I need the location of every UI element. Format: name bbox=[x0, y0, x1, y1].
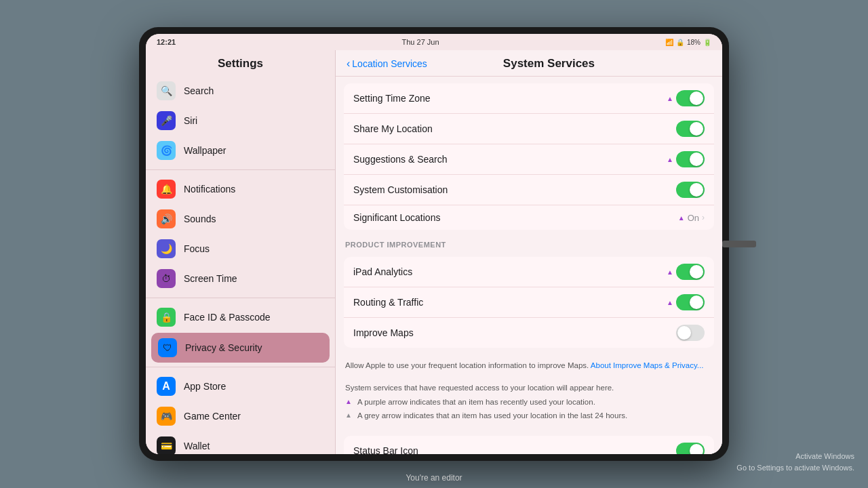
toggle-routing[interactable] bbox=[676, 294, 705, 310]
right-header: ‹ Location Services System Services bbox=[336, 50, 722, 77]
wallet-icon: 💳 bbox=[157, 436, 176, 454]
sidebar-item-wallet[interactable]: 💳 Wallet bbox=[146, 431, 335, 454]
back-label: Location Services bbox=[352, 58, 427, 69]
toggle-setting-time-zone[interactable] bbox=[676, 90, 705, 106]
sidebar: Settings 🔍 Search 🎤 Siri 🌀 Wallpaper bbox=[146, 50, 336, 454]
legend-grey-text: A grey arrow indicates that an item has … bbox=[357, 410, 627, 422]
sidebar-item-privacy[interactable]: 🛡 Privacy & Security bbox=[151, 333, 330, 363]
divider-1 bbox=[146, 169, 335, 170]
label-share-my-location: Share My Location bbox=[353, 123, 671, 134]
row-setting-time-zone[interactable]: Setting Time Zone ▲ bbox=[344, 83, 714, 114]
row-share-my-location[interactable]: Share My Location bbox=[344, 114, 714, 144]
row-right-significant: ▲ On › bbox=[678, 213, 705, 223]
divider-2 bbox=[146, 298, 335, 298]
sidebar-item-search[interactable]: 🔍 Search bbox=[146, 76, 335, 106]
screen-time-icon: ⏱ bbox=[157, 269, 176, 288]
toggle-analytics[interactable] bbox=[676, 264, 705, 280]
sidebar-item-app-store[interactable]: A App Store bbox=[146, 371, 335, 401]
label-status-bar-icon: Status Bar Icon bbox=[353, 445, 671, 454]
face-id-icon: 🔒 bbox=[157, 308, 176, 327]
activate-line2: Go to Settings to activate Windows. bbox=[736, 462, 854, 474]
battery-text: 18% bbox=[687, 39, 701, 46]
wifi-icon: 📶 bbox=[665, 39, 673, 46]
row-right-customisation bbox=[676, 182, 705, 198]
sidebar-label-wallet: Wallet bbox=[184, 441, 210, 451]
status-date: Thu 27 Jun bbox=[402, 38, 439, 46]
label-suggestions-search: Suggestions & Search bbox=[353, 154, 661, 165]
sidebar-item-sounds[interactable]: 🔊 Sounds bbox=[146, 204, 335, 234]
main-content: Settings 🔍 Search 🎤 Siri 🌀 Wallpaper bbox=[146, 50, 722, 454]
legend-purple-text: A purple arrow indicates that an item ha… bbox=[357, 396, 595, 408]
sidebar-item-face-id[interactable]: 🔒 Face ID & Passcode bbox=[146, 302, 335, 332]
sidebar-item-wallpaper[interactable]: 🌀 Wallpaper bbox=[146, 136, 335, 165]
divider-3 bbox=[146, 367, 335, 367]
sidebar-item-siri[interactable]: 🎤 Siri bbox=[146, 106, 335, 136]
row-significant-locations[interactable]: Significant Locations ▲ On › bbox=[344, 205, 714, 230]
battery-icon: 🔋 bbox=[703, 39, 711, 46]
activate-windows: Activate Windows Go to Settings to activ… bbox=[736, 451, 854, 474]
sidebar-label-face-id: Face ID & Passcode bbox=[184, 312, 271, 323]
sidebar-label-siri: Siri bbox=[184, 115, 197, 126]
bottom-text: You're an editor bbox=[406, 473, 462, 483]
toggle-improve-maps[interactable] bbox=[676, 325, 705, 341]
legend-grey: ▲ A grey arrow indicates that an item ha… bbox=[345, 410, 713, 422]
row-right-suggestions: ▲ bbox=[667, 151, 705, 167]
label-routing-traffic: Routing & Traffic bbox=[353, 297, 661, 308]
search-icon: 🔍 bbox=[157, 81, 176, 100]
toggle-customisation[interactable] bbox=[676, 182, 705, 198]
right-panel: ‹ Location Services System Services Sett… bbox=[336, 50, 722, 454]
sidebar-label-screen-time: Screen Time bbox=[184, 273, 237, 284]
notifications-icon: 🔔 bbox=[157, 180, 176, 199]
row-status-bar-icon[interactable]: Status Bar Icon bbox=[344, 436, 714, 454]
usb-cable bbox=[722, 241, 756, 247]
sidebar-label-app-store: App Store bbox=[184, 381, 226, 392]
row-ipad-analytics[interactable]: iPad Analytics ▲ bbox=[344, 257, 714, 287]
label-system-customisation: System Customisation bbox=[353, 184, 671, 195]
back-chevron-icon: ‹ bbox=[347, 58, 350, 70]
sidebar-item-game-center[interactable]: 🎮 Game Center bbox=[146, 401, 335, 431]
loc-arrow-suggestions: ▲ bbox=[667, 156, 673, 163]
row-right-improve-maps bbox=[676, 325, 705, 341]
sidebar-label-privacy: Privacy & Security bbox=[185, 342, 262, 353]
label-significant-locations: Significant Locations bbox=[353, 212, 673, 223]
improve-maps-link[interactable]: About Improve Maps & Privacy... bbox=[591, 361, 704, 369]
status-icons: 📶 🔒 18% 🔋 bbox=[665, 39, 711, 46]
system-service-note: System services that have requested acce… bbox=[336, 377, 722, 429]
sidebar-item-focus[interactable]: 🌙 Focus bbox=[146, 234, 335, 264]
app-store-icon: A bbox=[157, 377, 176, 396]
row-right-routing: ▲ bbox=[667, 294, 705, 310]
legend-purple: ▲ A purple arrow indicates that an item … bbox=[345, 396, 713, 408]
lock-icon: 🔒 bbox=[676, 39, 684, 46]
game-center-icon: 🎮 bbox=[157, 407, 176, 426]
row-right-status-bar bbox=[676, 443, 705, 454]
sidebar-title: Settings bbox=[146, 50, 335, 76]
legend-purple-arrow: ▲ bbox=[345, 396, 352, 407]
sidebar-item-notifications[interactable]: 🔔 Notifications bbox=[146, 174, 335, 204]
row-right-share-location bbox=[676, 121, 705, 137]
sidebar-item-screen-time[interactable]: ⏱ Screen Time bbox=[146, 264, 335, 293]
wallpaper-icon: 🌀 bbox=[157, 141, 176, 160]
system-service-text: System services that have requested acce… bbox=[345, 384, 614, 392]
sidebar-label-wallpaper: Wallpaper bbox=[184, 145, 226, 156]
row-system-customisation[interactable]: System Customisation bbox=[344, 175, 714, 205]
on-text-significant: On bbox=[688, 213, 699, 223]
tablet-frame: 12:21 Thu 27 Jun 📶 🔒 18% 🔋 Settings 🔍 Se… bbox=[139, 27, 729, 461]
label-ipad-analytics: iPad Analytics bbox=[353, 266, 661, 277]
back-button[interactable]: ‹ Location Services bbox=[347, 58, 427, 70]
sidebar-label-notifications: Notifications bbox=[184, 184, 235, 195]
toggle-status-bar[interactable] bbox=[676, 443, 705, 454]
sidebar-label-search: Search bbox=[184, 85, 214, 96]
sidebar-label-focus: Focus bbox=[184, 243, 210, 254]
toggle-suggestions[interactable] bbox=[676, 151, 705, 167]
privacy-icon: 🛡 bbox=[158, 338, 177, 357]
legend-grey-arrow: ▲ bbox=[345, 410, 352, 420]
siri-icon: 🎤 bbox=[157, 111, 176, 130]
row-routing-traffic[interactable]: Routing & Traffic ▲ bbox=[344, 287, 714, 318]
toggle-share-location[interactable] bbox=[676, 121, 705, 137]
row-suggestions-search[interactable]: Suggestions & Search ▲ bbox=[344, 144, 714, 175]
sidebar-label-sounds: Sounds bbox=[184, 214, 216, 224]
product-improvement-header: PRODUCT IMPROVEMENT bbox=[336, 237, 722, 250]
row-right-setting-time-zone: ▲ bbox=[667, 90, 705, 106]
row-improve-maps[interactable]: Improve Maps bbox=[344, 318, 714, 348]
improve-maps-note: Allow Apple to use your frequent locatio… bbox=[336, 354, 722, 377]
